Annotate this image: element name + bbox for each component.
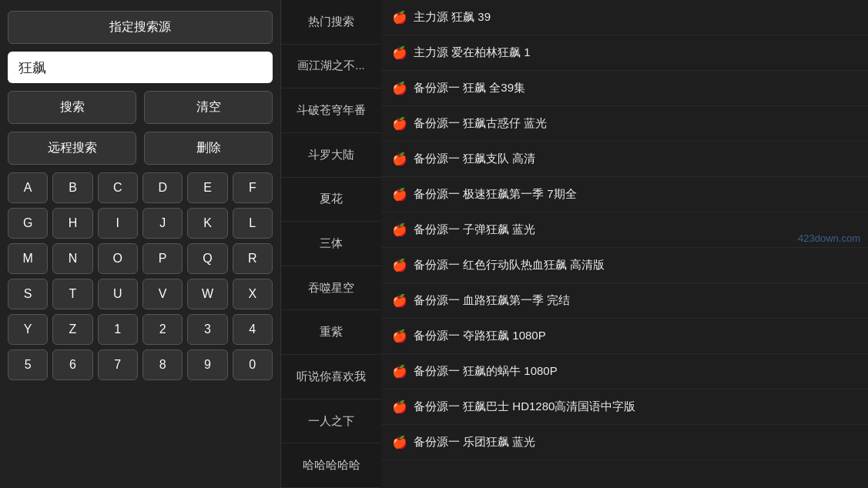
categories-list: 热门搜索画江湖之不...斗破苍穹年番斗罗大陆夏花三体吞噬星空重紫听说你喜欢我一人… [281,0,381,488]
result-text: 备份源一 狂飙 全39集 [414,81,525,95]
key-V[interactable]: V [142,279,183,309]
key-1[interactable]: 1 [98,314,138,345]
key-Q[interactable]: Q [187,243,227,274]
key-X[interactable]: X [233,279,273,309]
category-item-6[interactable]: 吞噬星空 [281,266,381,311]
key-5[interactable]: 5 [8,349,48,380]
key-P[interactable]: P [142,243,183,274]
key-U[interactable]: U [98,279,138,309]
category-item-9[interactable]: 一人之下 [281,399,381,444]
result-text: 备份源一 夺路狂飙 1080P [414,329,546,343]
key-8[interactable]: 8 [142,349,183,380]
category-item-8[interactable]: 听说你喜欢我 [281,355,381,399]
apple-icon: 🍎 [392,152,407,166]
result-item-1[interactable]: 🍎主力源 爱在柏林狂飙 1 [381,35,868,71]
result-item-12[interactable]: 🍎备份源一 乐团狂飙 蓝光 [381,425,868,460]
key-Y[interactable]: Y [8,314,48,345]
result-item-7[interactable]: 🍎备份源一 红色行动队热血狂飙 高清版 [381,248,868,283]
key-R[interactable]: R [233,243,273,274]
category-item-7[interactable]: 重紫 [281,310,381,355]
key-M[interactable]: M [8,243,48,274]
result-text: 备份源一 狂飙古惑仔 蓝光 [414,116,547,131]
result-text: 主力源 狂飙 39 [414,10,491,25]
result-text: 备份源一 狂飙支队 高清 [414,152,535,166]
result-item-4[interactable]: 🍎备份源一 狂飙支队 高清 [381,142,868,177]
category-item-10[interactable]: 哈哈哈哈哈 [281,443,381,488]
key-J[interactable]: J [142,208,183,239]
delete-button[interactable]: 删除 [144,132,273,165]
key-0[interactable]: 0 [233,349,273,380]
result-text: 备份源一 乐团狂飙 蓝光 [414,435,535,450]
keyboard-grid: ABCDEFGHIJKLMNOPQRSTUVWXYZ1234567890 [8,172,273,380]
key-2[interactable]: 2 [142,314,183,345]
key-6[interactable]: 6 [52,349,92,380]
key-W[interactable]: W [187,279,227,309]
category-item-4[interactable]: 夏花 [281,178,381,222]
apple-icon: 🍎 [392,10,407,25]
apple-icon: 🍎 [392,116,407,131]
apple-icon: 🍎 [392,81,407,95]
category-item-1[interactable]: 画江湖之不... [281,45,381,89]
result-text: 备份源一 极速狂飙第一季 7期全 [414,187,577,202]
result-text: 备份源一 狂飙巴士 HD1280高清国语中字版 [414,399,635,414]
key-L[interactable]: L [233,208,273,239]
key-E[interactable]: E [187,172,227,203]
category-item-0[interactable]: 热门搜索 [281,0,381,45]
remote-delete-row: 远程搜索 删除 [8,132,273,165]
result-item-5[interactable]: 🍎备份源一 极速狂飙第一季 7期全 [381,177,868,212]
key-C[interactable]: C [98,172,138,203]
result-item-3[interactable]: 🍎备份源一 狂飙古惑仔 蓝光 [381,106,868,142]
apple-icon: 🍎 [392,258,407,272]
search-clear-row: 搜索 清空 [8,91,273,124]
category-item-3[interactable]: 斗罗大陆 [281,133,381,178]
key-I[interactable]: I [98,208,138,239]
key-A[interactable]: A [8,172,48,203]
result-item-10[interactable]: 🍎备份源一 狂飙的蜗牛 1080P [381,354,868,389]
apple-icon: 🍎 [392,45,407,60]
category-item-2[interactable]: 斗破苍穹年番 [281,89,381,133]
result-text: 备份源一 红色行动队热血狂飙 高清版 [414,258,605,272]
result-item-2[interactable]: 🍎备份源一 狂飙 全39集 [381,71,868,106]
result-item-0[interactable]: 🍎主力源 狂飙 39 [381,0,868,35]
key-7[interactable]: 7 [98,349,138,380]
result-item-11[interactable]: 🍎备份源一 狂飙巴士 HD1280高清国语中字版 [381,389,868,425]
key-D[interactable]: D [142,172,183,203]
result-item-9[interactable]: 🍎备份源一 夺路狂飙 1080P [381,319,868,354]
key-3[interactable]: 3 [187,314,227,345]
left-panel: 指定搜索源 搜索 清空 远程搜索 删除 ABCDEFGHIJKLMNOPQRST… [0,0,281,488]
result-item-6[interactable]: 🍎备份源一 子弹狂飙 蓝光 [381,212,868,248]
apple-icon: 🍎 [392,293,407,308]
result-text: 备份源一 子弹狂飙 蓝光 [414,222,535,237]
key-O[interactable]: O [98,243,138,274]
clear-button[interactable]: 清空 [144,91,273,124]
key-H[interactable]: H [52,208,92,239]
apple-icon: 🍎 [392,187,407,202]
key-9[interactable]: 9 [187,349,227,380]
key-Z[interactable]: Z [52,314,92,345]
apple-icon: 🍎 [392,329,407,343]
key-K[interactable]: K [187,208,227,239]
key-G[interactable]: G [8,208,48,239]
specify-source-button[interactable]: 指定搜索源 [8,11,273,44]
key-B[interactable]: B [52,172,92,203]
apple-icon: 🍎 [392,364,407,379]
key-S[interactable]: S [8,279,48,309]
key-4[interactable]: 4 [233,314,273,345]
remote-search-button[interactable]: 远程搜索 [8,132,136,165]
key-T[interactable]: T [52,279,92,309]
result-text: 备份源一 狂飙的蜗牛 1080P [414,364,558,379]
key-N[interactable]: N [52,243,92,274]
apple-icon: 🍎 [392,222,407,237]
apple-icon: 🍎 [392,399,407,414]
search-input[interactable] [8,52,273,83]
result-text: 主力源 爱在柏林狂飙 1 [414,45,531,60]
category-item-5[interactable]: 三体 [281,222,381,266]
result-item-8[interactable]: 🍎备份源一 血路狂飙第一季 完结 [381,283,868,319]
apple-icon: 🍎 [392,435,407,450]
search-button[interactable]: 搜索 [8,91,136,124]
result-text: 备份源一 血路狂飙第一季 完结 [414,293,570,308]
key-F[interactable]: F [233,172,273,203]
results-list: 🍎主力源 狂飙 39🍎主力源 爱在柏林狂飙 1🍎备份源一 狂飙 全39集🍎备份源… [381,0,868,488]
right-panel: 热门搜索画江湖之不...斗破苍穹年番斗罗大陆夏花三体吞噬星空重紫听说你喜欢我一人… [281,0,868,488]
